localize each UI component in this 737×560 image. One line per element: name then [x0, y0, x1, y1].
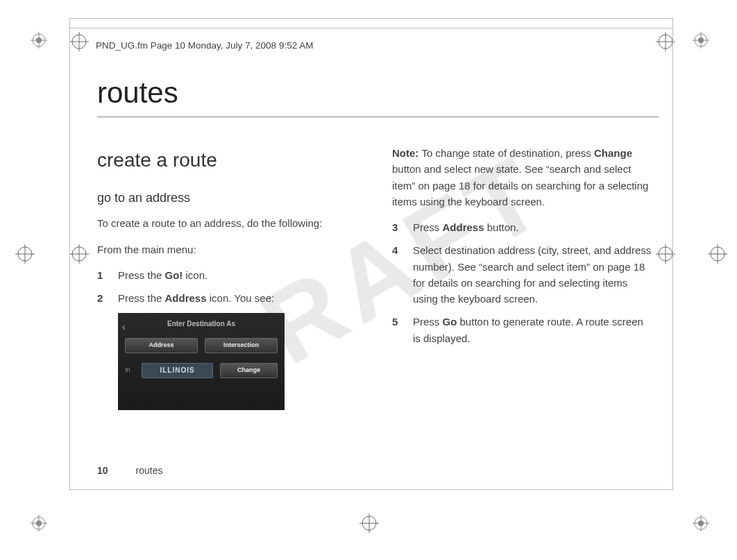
bold-text: Go: [443, 316, 457, 328]
step-text: Press Address button.: [413, 219, 652, 235]
bold-text: Go!: [165, 269, 183, 281]
screenshot-title: Enter Destination As: [125, 319, 278, 330]
footer-section: routes: [136, 465, 163, 476]
registration-mark-icon: [31, 515, 47, 532]
step-1: 1 Press the Go! icon.: [97, 267, 357, 283]
page-title: routes: [97, 76, 659, 117]
step-number: 1: [97, 267, 118, 283]
section-heading: create a route: [97, 145, 357, 175]
page-footer: 10routes: [97, 465, 163, 476]
text: icon.: [183, 269, 207, 281]
left-column: create a route go to an address To creat…: [97, 145, 357, 410]
step-3: 3 Press Address button.: [392, 219, 652, 235]
step-2: 2 Press the Address icon. You see:: [97, 290, 357, 306]
step-4: 4 Select destination address (city, stre…: [392, 242, 652, 307]
step-number: 2: [97, 290, 118, 306]
header-rule: [69, 28, 673, 28]
intersection-button: Intersection: [205, 338, 278, 353]
text: Press: [413, 316, 443, 328]
text: Press: [413, 221, 443, 233]
text: button and select new state. See “search…: [392, 163, 648, 207]
page-number: 10: [97, 465, 108, 476]
text: button.: [484, 221, 519, 233]
page-content: routes create a route go to an address T…: [97, 76, 652, 410]
step-text: Press the Go! icon.: [118, 267, 357, 283]
change-button: Change: [220, 363, 278, 378]
lead-text: From the main menu:: [97, 241, 357, 257]
device-screenshot: ‹ Enter Destination As Address Intersect…: [118, 313, 285, 410]
in-label: In: [125, 366, 135, 375]
text: To change state of destination, press: [422, 147, 595, 159]
step-text: Select destination address (city, street…: [413, 242, 652, 307]
right-column: Note: To change state of destination, pr…: [392, 145, 652, 410]
crop-mark-icon: [15, 244, 35, 264]
crop-mark-icon: [708, 244, 727, 264]
text: Press the: [118, 269, 165, 281]
header-meta: PND_UG.fm Page 10 Monday, July 7, 2008 9…: [96, 40, 313, 51]
bold-text: Change: [594, 147, 632, 159]
text: Press the: [118, 292, 165, 304]
step-number: 5: [392, 314, 413, 346]
registration-mark-icon: [693, 515, 709, 532]
sub-heading: go to an address: [97, 189, 357, 208]
step-number: 3: [392, 219, 413, 235]
step-number: 4: [392, 242, 413, 307]
note-label: Note:: [392, 147, 422, 159]
step-text: Press Go button to generate route. A rou…: [413, 314, 652, 346]
state-display: ILLINOIS: [142, 363, 213, 378]
registration-mark-icon: [31, 32, 47, 49]
intro-text: To create a route to an address, do the …: [97, 215, 357, 231]
bold-text: Address: [443, 221, 484, 233]
crop-mark-icon: [359, 514, 379, 533]
registration-mark-icon: [693, 32, 709, 49]
text: icon. You see:: [207, 292, 275, 304]
note-paragraph: Note: To change state of destination, pr…: [392, 145, 652, 210]
bold-text: Address: [165, 292, 207, 304]
step-5: 5 Press Go button to generate route. A r…: [392, 314, 652, 346]
back-icon: ‹: [122, 320, 126, 335]
address-button: Address: [125, 338, 198, 353]
step-text: Press the Address icon. You see:: [118, 290, 357, 306]
